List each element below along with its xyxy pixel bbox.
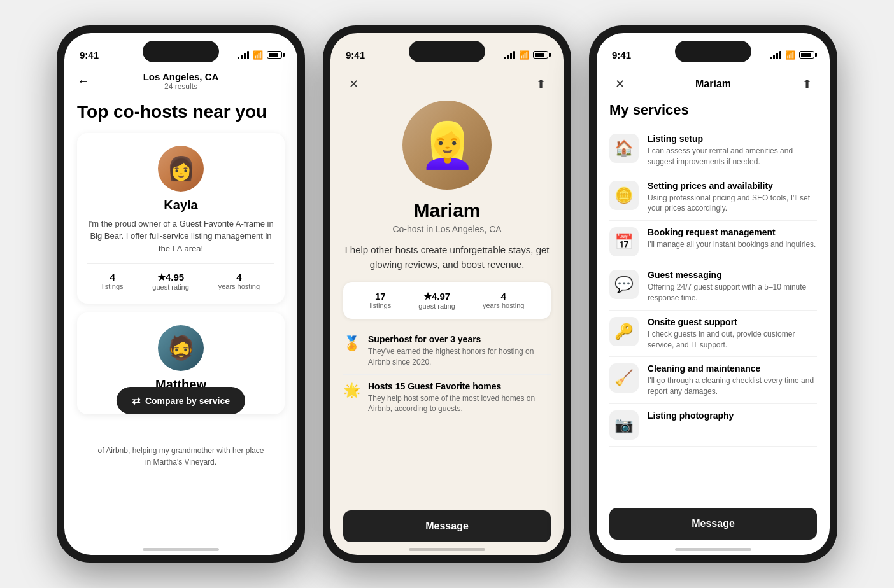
screen2-profile: 👱‍♀️ Mariam Co-host in Los Angeles, CA I… [330,94,564,510]
service-info-2: Booking request management I'll manage a… [648,227,816,250]
service-title-4: Onsite guest support [648,317,817,327]
battery-icon-1 [267,51,282,59]
badge-guest-fav: 🌟 Hosts 15 Guest Favorite homes They hel… [343,376,551,420]
status-icons-3: 📶 [770,50,814,60]
page-heading-1: Top co-hosts near you [77,101,285,123]
service-icon-0: 🏠 [609,134,639,163]
guest-fav-desc: They help host some of the most loved ho… [368,393,551,415]
mariam-rating: ★4.97 guest rating [418,291,455,310]
guest-fav-title: Hosts 15 Guest Favorite homes [368,381,551,391]
message-button-2[interactable]: Message [343,510,551,542]
time-3: 9:41 [612,50,631,60]
superhost-title: Superhost for over 3 years [368,334,551,344]
kayla-avatar: 👩 [158,146,204,192]
home-bar-1 [64,542,297,555]
kayla-card[interactable]: 👩 Kayla I'm the proud owner of a Guest F… [77,133,285,304]
service-item[interactable]: 🧹 Cleaning and maintenance I'll go throu… [609,357,817,404]
screen3-header: ✕ Mariam ⬆ [597,67,830,94]
service-info-5: Cleaning and maintenance I'll go through… [648,363,817,397]
message-button-3[interactable]: Message [609,508,817,540]
service-item[interactable]: 📅 Booking request management I'll manage… [609,221,817,263]
service-title-2: Booking request management [648,227,816,237]
kayla-years: 4 years hosting [218,272,260,291]
dynamic-island-2 [409,41,485,62]
nav-title-block-1: Los Angeles, CA 24 results [143,71,219,91]
kayla-face-icon: 👩 [158,146,204,192]
kayla-years-label: years hosting [218,283,260,290]
mariam-face-icon: 👱‍♀️ [402,101,492,190]
compare-btn-label: Compare by service [145,396,230,406]
screen2-header: ✕ ⬆ [330,67,564,94]
close-button-2[interactable]: ✕ [343,74,364,94]
superhost-icon: 🏅 [343,335,360,352]
compare-by-service-button[interactable]: ⇄ Compare by service [117,387,245,414]
home-bar-2 [330,542,564,555]
dynamic-island-3 [675,41,751,62]
battery-icon-2 [533,51,548,59]
battery-icon-3 [799,51,814,59]
phone-2-screen: 9:41 📶 ✕ ⬆ 👱‍♀️ Mariam [330,33,564,555]
kayla-years-value: 4 [218,272,260,283]
service-desc-1: Using professional pricing and SEO tools… [648,193,817,214]
share-button-3[interactable]: ⬆ [797,74,817,94]
service-item[interactable]: 🔑 Onsite guest support I check guests in… [609,311,817,358]
close-button-3[interactable]: ✕ [609,74,630,94]
wifi-icon-1: 📶 [253,50,263,60]
mariam-rating-label: guest rating [418,302,455,310]
home-bar-3 [597,542,830,555]
home-indicator-2 [409,548,485,551]
badge-superhost-text: Superhost for over 3 years They've earne… [368,334,551,368]
wifi-icon-2: 📶 [519,50,529,60]
wifi-icon-3: 📶 [785,50,795,60]
service-icon-4: 🔑 [609,317,639,346]
service-item[interactable]: 📷 Listing photography [609,404,817,447]
share-button-2[interactable]: ⬆ [530,74,551,94]
time-1: 9:41 [80,50,99,60]
phone-2: 9:41 📶 ✕ ⬆ 👱‍♀️ Mariam [323,25,571,563]
kayla-rating-value: ★4.95 [152,272,188,283]
status-icons-2: 📶 [504,50,548,60]
service-title-6: Listing photography [648,410,734,421]
kayla-listings-value: 4 [102,272,124,283]
badge-superhost: 🏅 Superhost for over 3 years They've ear… [343,329,551,373]
mariam-stats-box: 17 listings ★4.97 guest rating 4 years h… [343,282,551,319]
service-item[interactable]: 🏠 Listing setup I can assess your rental… [609,127,817,174]
mariam-avatar: 👱‍♀️ [402,101,492,190]
service-icon-5: 🧹 [609,363,639,393]
service-icon-1: 🪙 [609,181,639,210]
matthew-card[interactable]: 🧔 Matthew ⇄ Compare by service [77,312,285,414]
service-item[interactable]: 🪙 Setting prices and availability Using … [609,174,817,221]
phone-3-screen: 9:41 📶 ✕ Mariam ⬆ My services [597,33,830,555]
matthew-desc-partial: of Airbnb, helping my grandmother with h… [77,445,285,468]
mariam-name: Mariam [413,200,480,221]
kayla-stats: 4 listings ★4.95 guest rating 4 years ho… [87,263,274,291]
screen3-title: Mariam [695,78,731,90]
signal-icon-3 [770,51,781,59]
service-info-4: Onsite guest support I check guests in a… [648,317,817,351]
service-info-6: Listing photography [648,410,734,423]
back-button-1[interactable]: ← [77,74,90,88]
service-title-3: Guest messaging [648,270,817,280]
service-title-5: Cleaning and maintenance [648,363,817,374]
service-icon-2: 📅 [609,227,639,256]
service-title-1: Setting prices and availability [648,181,817,191]
mariam-location: Co-host in Los Angeles, CA [392,224,501,234]
service-desc-0: I can assess your rental and amenities a… [648,146,817,167]
nav-bar-1: ← Los Angeles, CA 24 results [77,67,285,92]
mariam-listings-value: 17 [370,291,392,302]
phone-3: 9:41 📶 ✕ Mariam ⬆ My services [589,25,837,563]
time-2: 9:41 [346,50,365,60]
kayla-listings: 4 listings [102,272,124,291]
matthew-face-icon: 🧔 [158,325,204,371]
service-icon-3: 💬 [609,270,639,299]
mariam-years-label: years hosting [483,302,524,309]
service-title-0: Listing setup [648,134,817,144]
badge-divider [343,374,551,375]
compare-icon: ⇄ [132,395,140,407]
mariam-years-value: 4 [483,291,524,302]
superhost-desc: They've earned the highest honors for ho… [368,346,551,368]
nav-city: Los Angeles, CA [143,71,219,82]
service-desc-2: I'll manage all your instant bookings an… [648,239,816,250]
home-indicator-3 [675,548,751,551]
service-item[interactable]: 💬 Guest messaging Offering 24/7 guest su… [609,263,817,311]
